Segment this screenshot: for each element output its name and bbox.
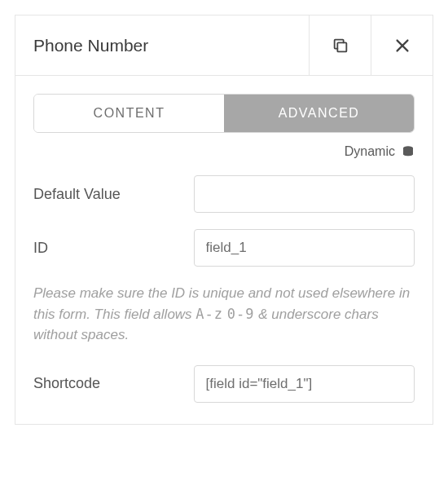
shortcode-row: Shortcode (33, 365, 415, 403)
shortcode-input[interactable] (194, 365, 415, 403)
tab-content[interactable]: CONTENT (34, 95, 224, 132)
panel-body: CONTENT ADVANCED Dynamic Default Value I… (15, 76, 433, 424)
default-value-input[interactable] (194, 175, 415, 213)
dynamic-toggle[interactable]: Dynamic (33, 144, 415, 159)
panel-title: Phone Number (15, 15, 309, 75)
panel-header: Phone Number (15, 15, 433, 76)
shortcode-label: Shortcode (33, 375, 194, 392)
default-value-row: Default Value (33, 175, 415, 213)
close-icon (393, 37, 411, 55)
database-icon (402, 145, 415, 158)
field-settings-panel: Phone Number CONTENT ADVANCED Dynamic (15, 15, 433, 425)
default-value-label: Default Value (33, 186, 194, 203)
tab-group: CONTENT ADVANCED (33, 94, 415, 133)
close-button[interactable] (371, 15, 433, 75)
duplicate-button[interactable] (309, 15, 371, 75)
svg-rect-0 (337, 42, 346, 51)
tab-advanced[interactable]: ADVANCED (224, 95, 414, 132)
id-input[interactable] (194, 229, 415, 267)
id-label: ID (33, 240, 194, 257)
id-row: ID (33, 229, 415, 267)
id-help-text: Please make sure the ID is unique and no… (33, 283, 415, 346)
dynamic-label: Dynamic (345, 144, 395, 159)
copy-icon (332, 37, 349, 55)
